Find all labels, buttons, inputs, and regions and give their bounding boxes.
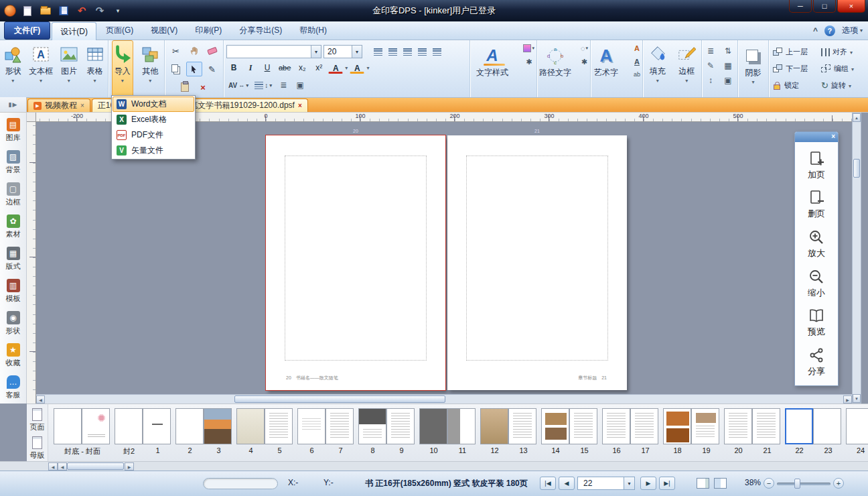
border-button[interactable]: 边框 ▾ xyxy=(676,40,697,97)
page-thumbnail[interactable] xyxy=(297,408,326,444)
page-thumbnail[interactable] xyxy=(785,408,813,444)
sidebar-item-layout[interactable]: ▦版式 xyxy=(0,247,26,271)
line-spacing-control[interactable]: ↕▾ xyxy=(252,80,274,90)
menu-item-pdf-file[interactable]: PDFPDF文件 xyxy=(113,127,194,143)
page-thumbnail[interactable] xyxy=(602,408,630,444)
page-thumbnail[interactable] xyxy=(813,408,841,444)
select-cursor-tool[interactable] xyxy=(186,62,202,76)
sidebar-item-pages[interactable]: 页面 xyxy=(27,408,48,432)
page-thumbnail[interactable] xyxy=(386,408,415,444)
zoom-in-button[interactable]: 放大 xyxy=(808,229,825,259)
page-thumbnail[interactable] xyxy=(724,408,752,444)
preview-button[interactable]: 预览 xyxy=(808,308,825,338)
scrollbar-thumb[interactable] xyxy=(853,159,860,178)
sidebar-item-material[interactable]: ✿素材 xyxy=(0,214,26,239)
scroll-right-icon[interactable]: ▶ xyxy=(125,462,134,471)
scroll-up-icon[interactable]: ▲ xyxy=(853,113,861,122)
sidebar-item-master[interactable]: 母版 xyxy=(27,436,48,460)
grid-icon[interactable]: ▦ xyxy=(721,59,735,72)
scroll-left-icon[interactable]: ◀ xyxy=(58,462,67,471)
page-number-select[interactable]: 22▾ xyxy=(577,477,635,490)
import-button[interactable]: 导入 ▾ xyxy=(112,40,133,97)
draw-tool[interactable]: ✎ xyxy=(204,62,220,76)
cut-tool[interactable]: ✂ xyxy=(168,44,184,58)
delete-tool[interactable]: × xyxy=(195,80,211,95)
fill-button[interactable]: 填充 ▾ xyxy=(647,40,668,97)
path-shape-button[interactable]: ◌▾ xyxy=(581,44,588,52)
menu-item-vector-file[interactable]: V矢量文件 xyxy=(113,143,194,158)
page-left[interactable]: 20 20 书籍名——散文随笔 xyxy=(266,135,445,390)
clear-path-icon[interactable]: ✱ xyxy=(581,58,587,66)
align-center-icon[interactable] xyxy=(386,46,399,58)
menu-item-excel-sheet[interactable]: XExcel表格 xyxy=(113,112,194,127)
share-button[interactable]: 分享 xyxy=(808,347,825,377)
highlight-color-button[interactable]: A xyxy=(350,64,364,74)
page-thumbnail[interactable] xyxy=(143,408,171,444)
bring-forward-button[interactable]: 上一层 xyxy=(773,44,808,60)
page-thumbnail[interactable] xyxy=(630,408,658,444)
zoom-out-button[interactable]: 缩小 xyxy=(808,269,825,299)
copy-tool[interactable] xyxy=(168,62,184,76)
align-justify-icon[interactable] xyxy=(415,46,429,58)
tab-video-tutorial[interactable]: ▶ 视频教程 × xyxy=(27,99,90,112)
vertical-text-icon[interactable] xyxy=(430,46,443,58)
other-insert-button[interactable]: 其他 ▾ xyxy=(139,40,161,97)
distribute-text-icon[interactable]: ≣ xyxy=(276,78,291,92)
collapse-ribbon-icon[interactable]: ^ xyxy=(813,26,818,36)
insert-table-button[interactable]: 表格▾ xyxy=(84,40,106,97)
page-thumbnail[interactable] xyxy=(846,408,868,444)
page-thumbnail[interactable] xyxy=(54,408,82,444)
single-page-view-icon[interactable] xyxy=(697,478,709,489)
zoom-out-button[interactable]: − xyxy=(764,478,774,489)
eraser-tool[interactable] xyxy=(204,44,220,58)
page-thumbnail[interactable] xyxy=(358,408,386,444)
spread-view-icon[interactable] xyxy=(714,478,727,489)
page-thumbnail[interactable] xyxy=(82,408,110,444)
close-tab-icon[interactable]: × xyxy=(298,102,302,109)
menu-item-page[interactable]: 页面(G) xyxy=(98,21,141,40)
hand-tool[interactable] xyxy=(186,44,202,58)
zoom-slider-thumb[interactable] xyxy=(794,479,800,489)
page-thumbnail[interactable] xyxy=(265,408,293,444)
font-size-select[interactable]: 20▾ xyxy=(323,45,362,58)
delete-page-button[interactable]: 删页 xyxy=(808,190,825,220)
first-page-button[interactable]: |◀ xyxy=(540,477,556,490)
prev-page-button[interactable]: ◀ xyxy=(559,477,575,490)
send-backward-button[interactable]: 下一层 xyxy=(773,60,808,77)
text-style-button[interactable]: A 文字样式 xyxy=(476,42,509,79)
sidebar-item-favorites[interactable]: ★收藏 xyxy=(0,343,26,368)
panel-close-icon[interactable]: × xyxy=(831,133,835,140)
shadow-button[interactable]: 阴影 ▾ xyxy=(738,42,768,86)
subscript-button[interactable]: x₂ xyxy=(295,61,309,74)
underline-button[interactable]: U xyxy=(260,61,275,74)
zoom-in-button[interactable]: + xyxy=(833,478,844,489)
art-spacing-icon[interactable]: ab xyxy=(634,71,640,78)
options-button[interactable]: 选项▾ xyxy=(842,25,863,36)
sidebar-item-template[interactable]: ▥模板 xyxy=(0,279,26,304)
canvas-viewport[interactable]: 20 20 书籍名——散文随笔 21 章节标题 21 xyxy=(36,122,852,404)
page-thumbnail[interactable] xyxy=(447,408,476,444)
minimize-button[interactable]: ─ xyxy=(789,0,812,13)
page-thumbnail[interactable] xyxy=(541,408,569,444)
horizontal-scrollbar[interactable]: ◀ ▶ xyxy=(36,394,852,404)
last-page-button[interactable]: ▶| xyxy=(659,477,675,490)
page-thumbnail[interactable] xyxy=(326,408,354,444)
page-thumbnail[interactable] xyxy=(752,408,780,444)
page-thumbnail[interactable] xyxy=(419,408,447,444)
page-thumbnail[interactable] xyxy=(663,408,691,444)
menu-item-word-doc[interactable]: WWord文档 xyxy=(113,97,194,112)
zoom-slider-track[interactable] xyxy=(777,483,830,485)
page-thumbnail[interactable] xyxy=(569,408,597,444)
text-direction-icon[interactable]: ▣ xyxy=(293,78,307,92)
menu-item-help[interactable]: 帮助(H) xyxy=(291,21,335,40)
edit-icon[interactable]: ✎ xyxy=(703,59,718,72)
scrollbar-thumb[interactable] xyxy=(67,462,124,470)
sidebar-item-shape[interactable]: ◉形状 xyxy=(0,311,26,336)
page-thumbnail[interactable] xyxy=(204,408,232,444)
sidebar-item-support[interactable]: …客服 xyxy=(0,375,26,400)
page-thumbnail[interactable] xyxy=(175,408,204,444)
rotate-button[interactable]: ↻旋转▾ xyxy=(821,77,854,94)
group-button[interactable]: 编组▾ xyxy=(821,60,854,77)
paste-tool[interactable] xyxy=(177,80,193,95)
bold-button[interactable]: B xyxy=(226,61,241,74)
